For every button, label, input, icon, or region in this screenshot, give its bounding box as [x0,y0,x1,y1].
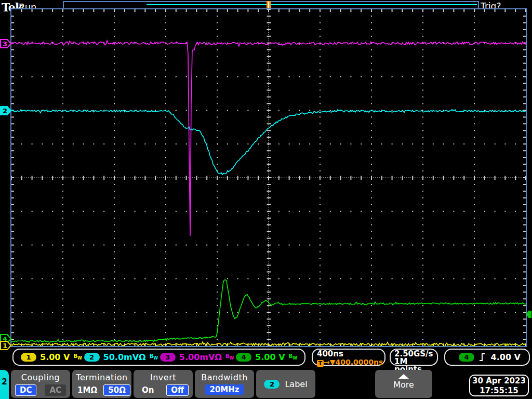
channel2-oval: 2 [84,353,100,362]
channel4-scale: 5.00 V [255,352,285,362]
label-channel-oval: 2 [264,380,280,389]
channel3-scale: 5.00mVΩ [179,352,222,362]
more-button[interactable]: More [375,370,432,398]
coupling-button[interactable]: Coupling DC AC [11,370,70,398]
channel2-ground-marker[interactable]: 2 [0,106,12,115]
channel4-oval: 4 [236,353,251,362]
bandwidth-button[interactable]: Bandwidth 20MHz [195,370,254,398]
waveform-traces [0,0,532,399]
bandwidth-limit-icon: BW [150,354,158,361]
termination-50ohm-option[interactable]: 50Ω [103,384,130,396]
trigger-level-value: 4.00 V [491,352,521,362]
svg-text:2: 2 [3,107,7,115]
time: 17:55:15 [470,386,528,396]
invert-off-option[interactable]: Off [166,384,189,396]
ch2-trace [10,110,526,175]
label-button[interactable]: 2 Label [256,370,315,398]
trigger-t-icon: T [317,360,324,367]
coupling-dc-option[interactable]: DC [15,384,36,396]
timebase-scale: 400ns [317,350,384,358]
svg-text:3: 3 [3,40,7,48]
rising-edge-icon [478,353,486,362]
trigger-source-oval: 4 [459,353,474,362]
ch1-trace [10,342,526,347]
termination-1mohm-option[interactable]: 1MΩ [73,385,101,395]
termination-button[interactable]: Termination 1MΩ 50Ω [72,370,131,398]
menu-channel-tab[interactable]: 2 [0,370,9,399]
oscilloscope-screen: Tek Run Trig? T 3 2 4 1 1 5.00 V BW [0,0,532,399]
bandwidth-limit-icon: BW [289,354,297,361]
label-button-text: Label [285,379,307,389]
invert-on-option[interactable]: On [138,385,158,395]
acquisition-readout: 2.50GS/s 1M points [390,349,438,366]
datetime-display: 30 Apr 2023 17:55:15 [469,375,529,396]
channel3-ground-marker[interactable]: 3 [0,39,12,48]
up-arrow-icon [398,374,409,379]
timebase-readout: 400ns T→▼400.0000ns [312,349,385,366]
more-button-text: More [375,380,432,390]
channel1-scale: 5.00 V [40,352,70,362]
channel2-scale: 50.0mVΩ [103,352,146,362]
channel1-ground-marker[interactable]: 1 [0,341,12,350]
bandwidth-value[interactable]: 20MHz [205,384,243,395]
coupling-ac-option: AC [45,384,66,396]
invert-button[interactable]: Invert On Off [134,370,193,398]
channel1-readout: 1 5.00 V BW [21,352,82,362]
trigger-delay-readout: T→▼400.0000ns [317,358,384,367]
ch4-trace [10,280,526,343]
bandwidth-limit-icon: BW [225,354,234,361]
channel3-oval: 3 [160,353,176,362]
trigger-readout: 4 4.00 V [444,349,530,366]
channel3-readout: 3 5.00mVΩ BW [160,352,234,362]
date: 30 Apr 2023 [470,376,528,386]
channel-readouts: 1 5.00 V BW 2 50.0mVΩ BW 3 5.00mVΩ BW 4 … [12,349,305,366]
trigger-level-arrow[interactable] [526,310,532,318]
channel4-readout: 4 5.00 V BW [236,352,297,362]
bandwidth-limit-icon: BW [73,354,82,361]
channel1-oval: 1 [21,353,36,362]
svg-text:1: 1 [3,342,7,350]
ch3-trace [10,41,526,236]
channel2-readout: 2 50.0mVΩ BW [84,352,158,362]
